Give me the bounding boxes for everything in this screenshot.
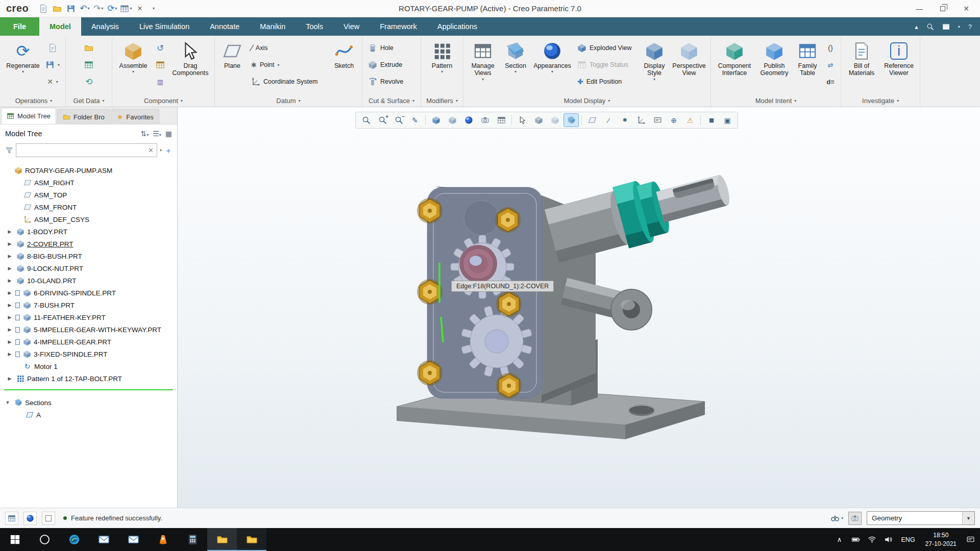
- browser-toggle-button[interactable]: [23, 512, 37, 525]
- group-label-get-data[interactable]: Get Data▾: [68, 94, 109, 107]
- tab-live-simulation[interactable]: Live Simulation: [129, 17, 200, 36]
- expander-icon[interactable]: ▶: [6, 278, 13, 283]
- tree-item[interactable]: ▶11-FEATHER-KEY.PRT: [4, 311, 177, 323]
- expander-icon[interactable]: ▼: [4, 400, 11, 405]
- tree-item[interactable]: ▶9-LOCK-NUT.PRT: [4, 262, 177, 274]
- expander-icon[interactable]: ▶: [6, 327, 13, 332]
- expander-icon[interactable]: ▶: [6, 266, 13, 271]
- warnings-button[interactable]: ⚠: [682, 113, 698, 127]
- edit-position-button[interactable]: ✚Edit Position: [574, 74, 639, 89]
- section-toggle-button[interactable]: [564, 113, 579, 127]
- rotary-gear-pump-model[interactable]: [396, 167, 732, 458]
- tray-expand-icon[interactable]: ∧: [832, 528, 847, 551]
- publish-geometry-button[interactable]: Publish Geometry: [756, 38, 792, 92]
- refit-button[interactable]: [358, 113, 374, 127]
- battery-icon[interactable]: [848, 528, 864, 551]
- pattern-button[interactable]: Pattern ▾: [424, 38, 460, 92]
- language-indicator[interactable]: ENG: [897, 536, 919, 543]
- window-select-button[interactable]: [848, 512, 862, 525]
- display-style-button[interactable]: Display Style ▾: [640, 38, 669, 92]
- datum-axis-display-button[interactable]: ∕: [601, 113, 616, 127]
- envelope-app-button[interactable]: [118, 528, 148, 551]
- tree-item[interactable]: ASM_TOP: [4, 189, 177, 201]
- wifi-icon[interactable]: [865, 528, 880, 551]
- axis-button[interactable]: ∕Axis: [248, 41, 328, 55]
- hole-button[interactable]: Hole: [365, 41, 418, 55]
- regenerate-button[interactable]: ⟳ Regenerate ▾: [5, 38, 41, 92]
- tab-analysis[interactable]: Analysis: [81, 17, 129, 36]
- exploded-view-toggle-button[interactable]: [531, 113, 546, 127]
- filter-dropdown-icon[interactable]: ▾: [160, 148, 162, 153]
- tree-item[interactable]: ▶7-BUSH.PRT: [4, 299, 177, 311]
- insert-here-indicator[interactable]: [4, 389, 173, 390]
- connections-icon[interactable]: [942, 23, 950, 31]
- save-button[interactable]: [64, 2, 78, 15]
- expander-icon[interactable]: ▶: [6, 315, 13, 320]
- zoom-out-button[interactable]: −: [391, 113, 406, 127]
- vlc-button[interactable]: [148, 528, 178, 551]
- spin-center-button[interactable]: ⊕: [666, 113, 681, 127]
- clear-filter-icon[interactable]: ✕: [148, 146, 154, 154]
- tap-bolt[interactable]: [417, 360, 443, 386]
- tree-item[interactable]: ▶1-BODY.PRT: [4, 226, 177, 238]
- expander-icon[interactable]: ▶: [6, 229, 13, 234]
- datum-csys-display-button[interactable]: [633, 113, 649, 127]
- customize-toolbar-button[interactable]: ▾: [147, 2, 160, 15]
- expander-icon[interactable]: ▶: [6, 339, 13, 344]
- reference-viewer-button[interactable]: i Reference Viewer: [880, 38, 917, 92]
- open-file-button[interactable]: [51, 2, 64, 15]
- group-label-cut-surface[interactable]: Cut & Surface▾: [365, 94, 418, 107]
- shading-options-button[interactable]: [428, 113, 444, 127]
- tap-bolt[interactable]: [417, 198, 443, 223]
- delete-button[interactable]: ✕▾: [42, 74, 63, 89]
- tree-item[interactable]: ASM_RIGHT: [4, 177, 177, 189]
- expander-icon[interactable]: ▶: [6, 352, 13, 357]
- redo-button[interactable]: ↷▾: [92, 2, 105, 15]
- tree-item[interactable]: ▶10-GLAND.PRT: [4, 274, 177, 287]
- display-style-toggle-button[interactable]: [445, 113, 460, 127]
- tab-manikin[interactable]: Manikin: [250, 17, 296, 36]
- drag-options-button[interactable]: ▥: [153, 74, 168, 89]
- plane-button[interactable]: Plane: [217, 38, 247, 92]
- expander-icon[interactable]: ▶: [6, 254, 13, 259]
- search-tool-button[interactable]: ▾: [830, 514, 843, 523]
- tree-item[interactable]: ROTARY-GEAR-PUMP.ASM: [4, 164, 177, 177]
- drag-components-button[interactable]: Drag Components: [169, 38, 212, 92]
- tab-framework[interactable]: Framework: [370, 17, 427, 36]
- tab-file[interactable]: File: [0, 17, 39, 36]
- exploded-view-button[interactable]: Exploded View: [574, 41, 639, 55]
- tree-item[interactable]: ▶4-IMPELLER-GEAR.PRT: [4, 336, 177, 348]
- tree-item[interactable]: ▶2-COVER.PRT: [4, 238, 177, 250]
- tree-item[interactable]: ASM_DEF_CSYS: [4, 213, 177, 226]
- folder-window-button[interactable]: [237, 528, 266, 551]
- group-label-model-display[interactable]: Model Display▾: [466, 94, 708, 107]
- expander-icon[interactable]: ▶: [6, 290, 13, 295]
- expander-icon[interactable]: ▶: [6, 376, 13, 381]
- switch-symbols-button[interactable]: ⇄: [823, 58, 838, 72]
- group-label-modifiers[interactable]: Modifiers▾: [424, 94, 460, 107]
- paste-button[interactable]: ▾: [42, 58, 63, 72]
- section-button[interactable]: Section ▾: [501, 38, 530, 92]
- tree-filter-input[interactable]: [19, 146, 148, 154]
- assemble-button[interactable]: Assemble ▾: [115, 38, 152, 92]
- tree-item[interactable]: ▶Pattern 1 of 12-TAP-BOLT.PRT: [4, 372, 177, 385]
- start-button[interactable]: [0, 528, 30, 551]
- close-window-button[interactable]: ✕: [133, 2, 146, 15]
- annotation-select-button[interactable]: [514, 113, 530, 127]
- manage-views-button[interactable]: Manage Views ▾: [466, 38, 500, 92]
- clock[interactable]: 18:50 27-10-2021: [920, 531, 962, 547]
- extrude-button[interactable]: Extrude: [365, 58, 418, 72]
- repaint-button[interactable]: ✎: [407, 113, 423, 127]
- tab-model[interactable]: Model: [39, 17, 81, 36]
- restore-button[interactable]: [931, 0, 954, 17]
- point-button[interactable]: ✱Point▾: [248, 58, 328, 72]
- new-file-button[interactable]: [37, 2, 50, 15]
- stop-button[interactable]: ▣: [720, 113, 735, 127]
- group-label-model-intent[interactable]: Model Intent▾: [714, 94, 838, 107]
- tab-applications[interactable]: Applications: [427, 17, 487, 36]
- filter-funnel-icon[interactable]: [5, 146, 13, 155]
- tree-item[interactable]: ▶8-BIG-BUSH.PRT: [4, 250, 177, 262]
- command-search-icon[interactable]: [926, 23, 934, 31]
- group-label-datum[interactable]: Datum▾: [217, 94, 359, 107]
- appearance-button[interactable]: [547, 113, 562, 127]
